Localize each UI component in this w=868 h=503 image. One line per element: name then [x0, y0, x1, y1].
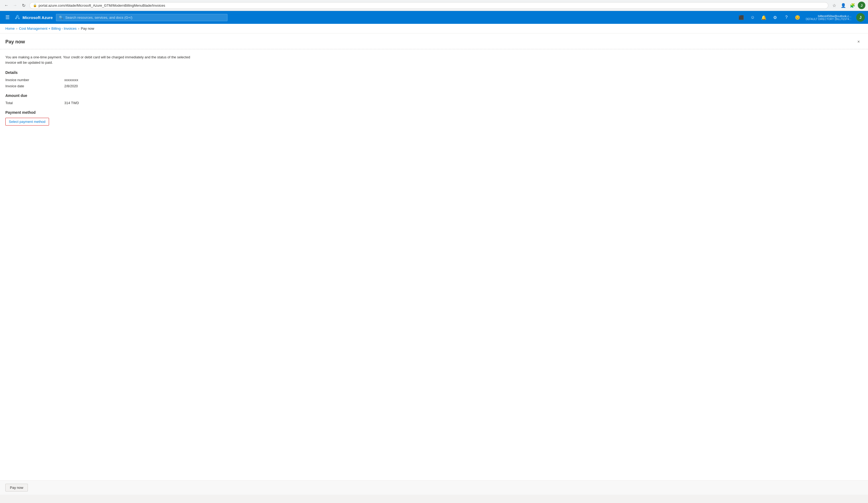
amount-due-section: Amount due Total 314 TWD	[6, 93, 862, 105]
nav-buttons: ← → ↻	[3, 2, 27, 9]
panel-description: You are making a one-time payment. Your …	[6, 55, 193, 65]
breadcrumb-sep-1: ›	[16, 27, 18, 31]
cloud-shell-icon[interactable]: ⬛	[736, 13, 746, 22]
pay-now-panel: Pay now × You are making a one-time paym…	[0, 33, 868, 495]
close-button[interactable]: ×	[855, 38, 862, 46]
total-value: 314 TWD	[64, 101, 79, 105]
nav-icons: ⬛ ☺ 🔔 ⚙ ? 😊	[736, 13, 802, 22]
browser-actions: ☆ 👤 🧩 J	[830, 2, 865, 9]
pay-now-button[interactable]: Pay now	[6, 484, 28, 492]
settings-icon[interactable]: ⚙	[770, 13, 780, 22]
breadcrumb-sep-2: ›	[78, 27, 79, 31]
nav-user-info: billtest456tw@outlook.c... DEFAULT DIREC…	[806, 14, 851, 21]
notifications-icon[interactable]: 🔔	[759, 13, 768, 22]
user-email: billtest456tw@outlook.c...	[818, 14, 851, 18]
back-button[interactable]: ←	[3, 2, 10, 9]
feedback-icon[interactable]: ☺	[748, 13, 757, 22]
feedback2-icon[interactable]: 😊	[793, 13, 802, 22]
azure-logo: Microsoft Azure	[15, 15, 53, 20]
bookmark-icon[interactable]: ☆	[830, 2, 838, 9]
total-row: Total 314 TWD	[6, 101, 862, 105]
profile-icon[interactable]: 👤	[840, 2, 847, 9]
amount-due-section-title: Amount due	[6, 93, 862, 98]
invoice-number-label: Invoice number	[6, 78, 64, 82]
url-text: portal.azure.com/#blade/Microsoft_Azure_…	[39, 3, 825, 8]
select-payment-method-button[interactable]: Select payment method	[6, 118, 49, 126]
invoice-date-row: Invoice date 2/8/2020	[6, 84, 862, 88]
details-section: Details Invoice number xxxxxxxx Invoice …	[6, 70, 862, 88]
azure-search-bar[interactable]: 🔍 Search resources, services, and docs (…	[56, 14, 227, 21]
payment-method-section-title: Payment method	[6, 110, 862, 115]
panel-footer: Pay now	[0, 480, 868, 495]
payment-method-section: Payment method Select payment method	[6, 110, 862, 126]
panel-title: Pay now	[6, 39, 25, 45]
invoice-number-value: xxxxxxxx	[64, 78, 78, 82]
browser-chrome: ← → ↻ 🔒 portal.azure.com/#blade/Microsof…	[0, 0, 868, 11]
invoice-date-label: Invoice date	[6, 84, 64, 88]
user-avatar[interactable]: J	[856, 13, 865, 22]
refresh-button[interactable]: ↻	[20, 2, 27, 9]
search-placeholder: Search resources, services, and docs (G+…	[65, 15, 132, 20]
azure-logo-icon	[15, 15, 20, 20]
browser-user-avatar[interactable]: J	[858, 2, 865, 9]
breadcrumb: Home › Cost Management + Billing - Invoi…	[0, 24, 868, 33]
breadcrumb-current: Pay now	[81, 27, 94, 31]
breadcrumb-home[interactable]: Home	[6, 27, 15, 31]
address-bar[interactable]: 🔒 portal.azure.com/#blade/Microsoft_Azur…	[30, 2, 828, 9]
azure-brand-label: Microsoft Azure	[22, 15, 53, 20]
browser-toolbar: ← → ↻ 🔒 portal.azure.com/#blade/Microsof…	[0, 0, 868, 11]
panel-body: You are making a one-time payment. Your …	[0, 49, 868, 480]
forward-button[interactable]: →	[11, 2, 19, 9]
invoice-date-value: 2/8/2020	[64, 84, 78, 88]
invoice-number-row: Invoice number xxxxxxxx	[6, 78, 862, 82]
help-icon[interactable]: ?	[782, 13, 791, 22]
main-content: Home › Cost Management + Billing - Invoi…	[0, 24, 868, 495]
details-section-title: Details	[6, 70, 862, 75]
breadcrumb-billing[interactable]: Cost Management + Billing - Invoices	[19, 27, 76, 31]
search-icon: 🔍	[59, 15, 63, 20]
user-directory: DEFAULT DIRECTORY (BILLTEST4...	[806, 18, 851, 21]
total-label: Total	[6, 101, 64, 105]
azure-navbar: ☰ Microsoft Azure 🔍 Search resources, se…	[0, 11, 868, 24]
extension-icon[interactable]: 🧩	[849, 2, 856, 9]
panel-header: Pay now ×	[0, 33, 868, 49]
lock-icon: 🔒	[33, 3, 37, 7]
hamburger-menu[interactable]: ☰	[3, 13, 12, 21]
